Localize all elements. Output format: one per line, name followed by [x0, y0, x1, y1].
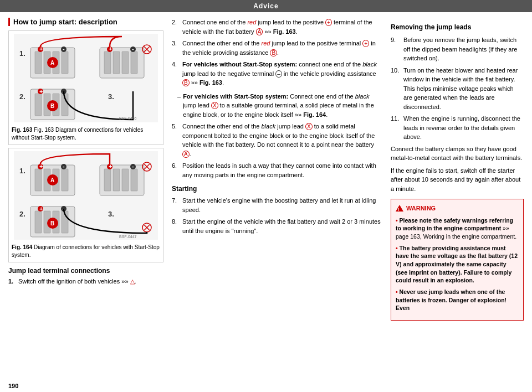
list-item: 7. Start the vehicle's engine with the b…	[172, 196, 382, 214]
dash-item: – For vehicles with Start-Stop system: C…	[177, 92, 382, 120]
svg-text:-: -	[63, 45, 65, 52]
warning-header: WARNING	[396, 204, 519, 213]
fig163-caption: Fig. 163 Fig. 163 Diagram of connections…	[12, 126, 160, 142]
svg-text:A: A	[50, 177, 54, 183]
svg-rect-30	[122, 51, 129, 74]
svg-rect-70	[122, 169, 129, 191]
middle-column: 2. Connect one end of the red jump lead …	[172, 18, 382, 374]
fig164-caption: Fig. 164 Diagram of connections for vehi…	[12, 244, 160, 259]
fig163-svg: + - A 1.	[12, 34, 160, 122]
top-bar: Advice	[0, 0, 532, 12]
svg-rect-2	[35, 51, 42, 74]
left-column: How to jump start: description	[8, 18, 163, 374]
list-item: 4. For vehicles without Start-Stop syste…	[172, 60, 382, 87]
section-title: How to jump start: description	[8, 18, 163, 26]
removing-title: Removing the jump leads	[391, 22, 524, 32]
list-item: 10. Turn on the heater blower and heated…	[391, 66, 524, 112]
jump-lead-title: Jump lead terminal connections	[8, 267, 163, 275]
svg-rect-42	[35, 169, 42, 191]
svg-rect-68	[104, 169, 111, 191]
svg-text:1.: 1.	[19, 49, 25, 58]
fig164-svg: + - A 1. + - B	[12, 151, 160, 240]
svg-text:BSF-0446: BSF-0446	[119, 116, 137, 120]
svg-text:+: +	[39, 205, 43, 212]
right-steps-list: 9. Before you remove the jump leads, swi…	[391, 35, 524, 142]
svg-rect-45	[62, 169, 68, 191]
svg-text:-: -	[132, 163, 134, 169]
svg-rect-54	[35, 211, 42, 233]
svg-text:BSF-0447: BSF-0447	[119, 235, 137, 239]
warning-triangle-icon	[396, 205, 403, 212]
warning-item-1: Please note the safety warnings referrin…	[396, 216, 519, 241]
svg-text:3.: 3.	[108, 210, 114, 218]
list-item: 11. When the engine is running, disconne…	[391, 114, 524, 142]
svg-text:2.: 2.	[19, 92, 25, 101]
list-item: 2. Connect one end of the red jump lead …	[172, 18, 382, 36]
list-item: 6. Position the leads in such a way that…	[172, 161, 382, 179]
page-number: 190	[0, 380, 532, 392]
svg-rect-71	[131, 169, 137, 191]
step-list-left: 1. Switch off the ignition of both vehic…	[8, 277, 163, 286]
warning-box: WARNING Please note the safety warnings …	[391, 199, 524, 321]
fig163-box: + - A 1.	[8, 30, 163, 145]
svg-text:A: A	[50, 60, 54, 66]
svg-text:1.: 1.	[19, 167, 25, 175]
steps-list-starting: 7. Start the vehicle's engine with the b…	[172, 196, 382, 235]
svg-rect-5	[62, 51, 68, 74]
svg-rect-29	[113, 51, 120, 74]
svg-text:3.: 3.	[108, 92, 114, 101]
svg-text:B: B	[50, 220, 54, 226]
steps-list-middle-2: 5. Connect the other end of the black ju…	[172, 122, 382, 179]
svg-rect-28	[104, 51, 111, 74]
svg-rect-69	[113, 169, 120, 191]
right-column: Removing the jump leads 9. Before you re…	[391, 18, 524, 374]
svg-text:-: -	[132, 45, 134, 52]
svg-text:+: +	[39, 88, 43, 95]
para2: If the engine fails to start, switch off…	[391, 166, 524, 194]
list-item: 1. Switch off the ignition of both vehic…	[8, 277, 163, 286]
list-item: 9. Before you remove the jump leads, swi…	[391, 35, 524, 63]
steps-list-middle: 2. Connect one end of the red jump lead …	[172, 18, 382, 87]
starting-title: Starting	[172, 184, 382, 194]
svg-text:-: -	[63, 163, 65, 169]
top-bar-label: Advice	[253, 2, 278, 10]
list-item: 5. Connect the other end of the black ju…	[172, 122, 382, 158]
svg-rect-14	[35, 94, 42, 116]
svg-text:2.: 2.	[19, 210, 25, 218]
svg-text:B: B	[50, 103, 54, 109]
svg-rect-31	[131, 51, 137, 74]
warning-item-2: The battery providing assistance must ha…	[396, 244, 519, 285]
fig164-box: + - A 1. + - B	[8, 148, 163, 262]
warning-label: WARNING	[406, 204, 436, 213]
warning-item-3: Never use jump leads when one of the bat…	[396, 288, 519, 312]
list-item: 3. Connect the other end of the red jump…	[172, 39, 382, 57]
list-item: 8. Start the engine of the vehicle with …	[172, 217, 382, 235]
para1: Connect the battery clamps so they have …	[391, 145, 524, 163]
